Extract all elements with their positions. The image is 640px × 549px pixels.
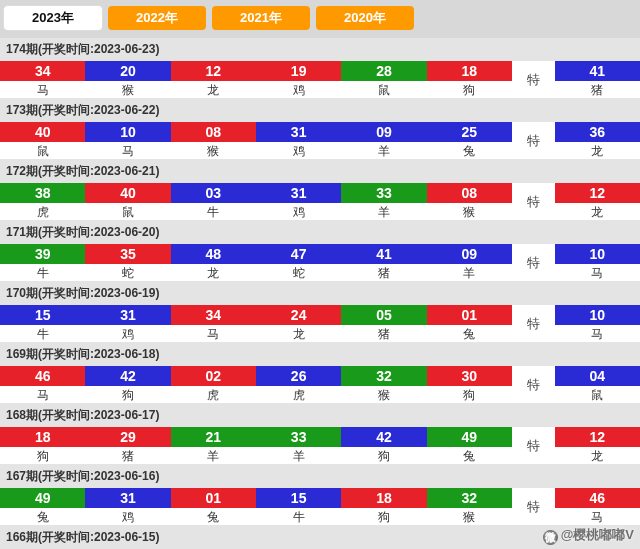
period-173: 173期(开奖时间:2023-06-22)40鼠10马08猴31鸡09羊25兔特… [0,99,640,160]
te-label: 特 [512,366,555,404]
ball-cell-6: 32猴 [427,488,512,526]
zodiac-label: 鸡 [256,203,341,221]
ball-number: 10 [555,305,640,325]
zodiac-label: 羊 [427,264,512,282]
ball-number: 01 [427,305,512,325]
ball-number: 40 [0,122,85,142]
ball-number: 49 [0,488,85,508]
ball-number: 42 [85,366,170,386]
ball-number: 08 [427,183,512,203]
zodiac-label: 鼠 [0,142,85,160]
zodiac-label: 蛇 [85,264,170,282]
zodiac-label: 马 [0,81,85,99]
ball-number: 33 [256,427,341,447]
period-row: 49兔31鸡01兔15牛18狗32猴特46马 [0,488,640,526]
ball-number: 34 [171,305,256,325]
zodiac-label: 鸡 [256,81,341,99]
zodiac-label: 猴 [427,508,512,526]
zodiac-label: 蛇 [256,264,341,282]
zodiac-label: 猪 [85,447,170,465]
zodiac-label: 狗 [0,447,85,465]
ball-cell-3: 03牛 [171,183,256,221]
ball-number: 41 [341,244,426,264]
zodiac-label: 狗 [341,447,426,465]
period-row: 46马42狗02虎26虎32猴30狗特04鼠 [0,366,640,404]
year-tab-2022年[interactable]: 2022年 [108,6,206,30]
ball-number: 46 [0,366,85,386]
ball-cell-4: 19鸡 [256,61,341,99]
ball-number: 42 [341,427,426,447]
zodiac-label: 马 [171,325,256,343]
zodiac-label: 龙 [256,325,341,343]
period-header: 173期(开奖时间:2023-06-22) [0,99,640,122]
period-169: 169期(开奖时间:2023-06-18)46马42狗02虎26虎32猴30狗特… [0,343,640,404]
special-ball-cell: 12龙 [555,427,640,465]
ball-cell-5: 41猪 [341,244,426,282]
ball-number: 04 [555,366,640,386]
period-174: 174期(开奖时间:2023-06-23)34马20猴12龙19鸡28鼠18狗特… [0,38,640,99]
ball-cell-5: 05猪 [341,305,426,343]
ball-number: 24 [256,305,341,325]
zodiac-label: 龙 [555,203,640,221]
zodiac-label: 马 [555,325,640,343]
period-header: 167期(开奖时间:2023-06-16) [0,465,640,488]
te-label: 特 [512,183,555,221]
ball-number: 10 [85,122,170,142]
zodiac-label: 狗 [427,81,512,99]
ball-number: 32 [427,488,512,508]
zodiac-label: 猴 [85,81,170,99]
ball-cell-4: 15牛 [256,488,341,526]
ball-number: 49 [427,427,512,447]
period-row: 18狗29猪21羊33羊42狗49兔特12龙 [0,427,640,465]
ball-cell-5: 18狗 [341,488,426,526]
period-row: 34马20猴12龙19鸡28鼠18狗特41猪 [0,61,640,99]
special-ball-cell: 10马 [555,305,640,343]
zodiac-label: 兔 [427,325,512,343]
zodiac-label: 兔 [0,508,85,526]
ball-number: 09 [427,244,512,264]
ball-cell-6: 08猴 [427,183,512,221]
ball-number: 34 [0,61,85,81]
te-label: 特 [512,122,555,160]
zodiac-label: 鸡 [85,325,170,343]
ball-cell-5: 09羊 [341,122,426,160]
ball-number: 40 [85,183,170,203]
ball-cell-5: 42狗 [341,427,426,465]
te-label: 特 [512,305,555,343]
ball-cell-3: 02虎 [171,366,256,404]
ball-number: 29 [85,427,170,447]
zodiac-label: 马 [555,264,640,282]
ball-number: 39 [0,244,85,264]
period-row: 15牛31鸡34马24龙05猪01兔特10马 [0,305,640,343]
ball-number: 41 [555,61,640,81]
ball-cell-2: 42狗 [85,366,170,404]
period-header: 171期(开奖时间:2023-06-20) [0,221,640,244]
ball-cell-1: 40鼠 [0,122,85,160]
ball-cell-5: 32猴 [341,366,426,404]
zodiac-label: 羊 [256,447,341,465]
period-168: 168期(开奖时间:2023-06-17)18狗29猪21羊33羊42狗49兔特… [0,404,640,465]
year-tab-2023年[interactable]: 2023年 [4,6,102,30]
ball-number: 18 [341,488,426,508]
zodiac-label: 猴 [427,203,512,221]
ball-number: 18 [0,427,85,447]
ball-cell-3: 08猴 [171,122,256,160]
ball-cell-3: 12龙 [171,61,256,99]
ball-cell-1: 34马 [0,61,85,99]
zodiac-label: 虎 [171,386,256,404]
ball-cell-3: 21羊 [171,427,256,465]
ball-cell-4: 24龙 [256,305,341,343]
period-167: 167期(开奖时间:2023-06-16)49兔31鸡01兔15牛18狗32猴特… [0,465,640,526]
ball-cell-6: 49兔 [427,427,512,465]
ball-number: 31 [256,183,341,203]
period-header: 169期(开奖时间:2023-06-18) [0,343,640,366]
ball-cell-2: 31鸡 [85,488,170,526]
ball-cell-4: 47蛇 [256,244,341,282]
ball-number: 31 [256,122,341,142]
ball-cell-3: 34马 [171,305,256,343]
ball-number: 46 [555,488,640,508]
year-tab-2021年[interactable]: 2021年 [212,6,310,30]
ball-number: 26 [256,366,341,386]
year-tab-2020年[interactable]: 2020年 [316,6,414,30]
ball-cell-2: 35蛇 [85,244,170,282]
